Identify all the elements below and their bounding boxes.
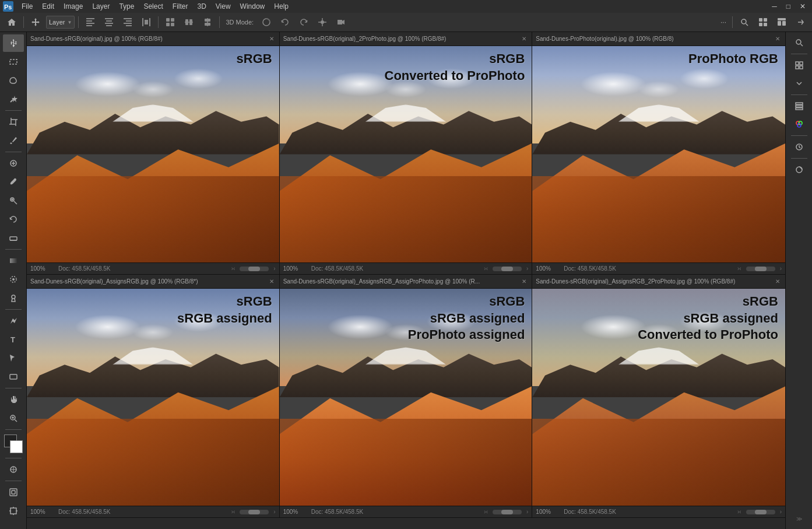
menu-image[interactable]: Image xyxy=(59,1,87,12)
arrow-right-6[interactable]: › xyxy=(780,509,782,515)
menu-help[interactable]: Help xyxy=(270,1,293,12)
menu-edit[interactable]: Edit xyxy=(38,1,58,12)
scroll-5[interactable] xyxy=(493,510,522,514)
magic-wand-tool[interactable] xyxy=(3,90,24,108)
background-color[interactable] xyxy=(10,440,23,453)
window-close[interactable]: ✕ xyxy=(796,1,810,12)
layout-btn[interactable] xyxy=(774,15,790,30)
dodge-tool[interactable] xyxy=(3,289,24,307)
path-select-tool[interactable] xyxy=(3,349,24,367)
menu-file[interactable]: File xyxy=(17,1,37,12)
arrow-right-1[interactable]: › xyxy=(273,265,275,272)
arrange-btn[interactable] xyxy=(162,15,178,30)
history-btn[interactable] xyxy=(789,139,809,155)
more-options[interactable]: ··· xyxy=(718,18,729,26)
quick-mask-tool[interactable] xyxy=(3,461,24,478)
doc-close-3[interactable]: ✕ xyxy=(774,35,782,43)
share-btn[interactable] xyxy=(792,15,809,30)
distribute-h-btn[interactable] xyxy=(199,15,216,30)
doc-close-6[interactable]: ✕ xyxy=(774,278,782,286)
scroll-1[interactable] xyxy=(240,267,269,271)
svg-rect-40 xyxy=(778,21,781,26)
doc-tab-name-2: Sand-Dunes-sRGB(original)_2ProPhoto.jpg … xyxy=(283,36,518,42)
align-center-btn[interactable] xyxy=(101,15,117,30)
scroll-3[interactable] xyxy=(746,267,775,271)
svg-point-33 xyxy=(741,19,746,24)
doc-close-4[interactable]: ✕ xyxy=(268,278,276,286)
collapse-panel-btn[interactable]: ≫ xyxy=(789,510,809,527)
layer-dropdown[interactable]: Layer ▼ xyxy=(46,16,75,29)
eraser-tool[interactable] xyxy=(3,229,24,247)
scroll-2[interactable] xyxy=(493,267,522,271)
3d-grab-btn[interactable] xyxy=(314,15,331,30)
move-tool-btn[interactable] xyxy=(27,15,44,30)
search-right-btn[interactable] xyxy=(789,34,809,51)
hand-tool[interactable] xyxy=(3,391,24,408)
svg-rect-43 xyxy=(10,59,17,64)
align-v-btn[interactable] xyxy=(181,15,197,30)
doc-close-2[interactable]: ✕ xyxy=(520,35,528,43)
lasso-tool[interactable] xyxy=(3,72,24,89)
screen-mode-tool[interactable] xyxy=(3,484,24,501)
menu-layer[interactable]: Layer xyxy=(88,1,114,12)
3d-undo-btn[interactable] xyxy=(277,15,293,30)
svg-rect-6 xyxy=(105,18,113,19)
distribute-btn[interactable] xyxy=(138,15,154,30)
video-btn[interactable] xyxy=(333,15,349,30)
eyedropper-tool[interactable] xyxy=(3,132,24,149)
arrow-right-2[interactable]: › xyxy=(526,265,528,272)
doc-canvas-2[interactable]: sRGBConverted to ProPhoto xyxy=(280,46,532,262)
zoom-tool[interactable] xyxy=(3,409,24,427)
shape-tool[interactable] xyxy=(3,368,24,386)
doc-canvas-6[interactable]: sRGBsRGB assignedConverted to ProPhoto xyxy=(532,289,785,506)
gradient-tool[interactable] xyxy=(3,252,24,269)
menu-type[interactable]: Type xyxy=(115,1,138,12)
window-minimize[interactable]: ─ xyxy=(768,1,781,12)
doc-canvas-4[interactable]: sRGBsRGB assigned xyxy=(27,289,279,506)
crop-tool[interactable] xyxy=(3,113,24,131)
doc-close-1[interactable]: ✕ xyxy=(268,35,276,43)
3d-rotate-btn[interactable] xyxy=(258,15,275,30)
artboard-tool[interactable] xyxy=(3,502,24,520)
menu-select[interactable]: Select xyxy=(139,1,167,12)
search-btn[interactable] xyxy=(736,15,753,30)
arrow-right-3[interactable]: › xyxy=(780,265,782,272)
layer-comps-btn[interactable] xyxy=(789,98,809,114)
brush-tool[interactable] xyxy=(3,173,24,191)
svg-rect-18 xyxy=(171,18,174,22)
align-left-btn[interactable] xyxy=(82,15,99,30)
arrow-right-5[interactable]: › xyxy=(526,509,528,515)
scroll-6[interactable] xyxy=(746,510,775,514)
arrow-right-4[interactable]: › xyxy=(273,509,275,515)
properties-btn[interactable] xyxy=(789,57,809,73)
color-swatches[interactable] xyxy=(3,435,24,453)
pen-tool[interactable] xyxy=(3,312,24,330)
doc-close-5[interactable]: ✕ xyxy=(520,278,528,286)
clone-stamp-tool[interactable] xyxy=(3,192,24,209)
scroll-4[interactable] xyxy=(240,510,269,514)
healing-tool[interactable] xyxy=(3,155,24,172)
clouds-3 xyxy=(545,57,772,111)
doc-canvas-3[interactable]: ProPhoto RGB xyxy=(532,46,785,262)
channels-btn[interactable] xyxy=(789,116,809,132)
window-maximize[interactable]: □ xyxy=(782,1,795,12)
type-tool[interactable]: T xyxy=(3,331,24,348)
doc-canvas-1[interactable]: sRGB xyxy=(27,46,279,262)
select-rect-tool[interactable] xyxy=(3,53,24,71)
menu-3d[interactable]: 3D xyxy=(193,1,210,12)
blur-tool[interactable] xyxy=(3,271,24,288)
align-right-btn[interactable] xyxy=(119,15,136,30)
menu-view[interactable]: View xyxy=(212,1,235,12)
doc-canvas-5[interactable]: sRGBsRGB assignedProPhoto assigned xyxy=(280,289,532,506)
workspace-btn[interactable] xyxy=(755,15,771,30)
doc-tab-3: Sand-Dunes-ProPhoto(original).jpg @ 100%… xyxy=(532,32,785,46)
3d-redo-btn[interactable] xyxy=(296,15,312,30)
menu-window[interactable]: Window xyxy=(236,1,269,12)
menu-filter[interactable]: Filter xyxy=(168,1,192,12)
svg-line-34 xyxy=(746,24,748,26)
history-brush-tool[interactable] xyxy=(3,211,24,228)
adjustments-btn[interactable] xyxy=(789,162,809,178)
move-tool[interactable] xyxy=(3,34,24,52)
home-button[interactable] xyxy=(3,15,20,30)
expand-right-btn[interactable] xyxy=(789,75,809,92)
